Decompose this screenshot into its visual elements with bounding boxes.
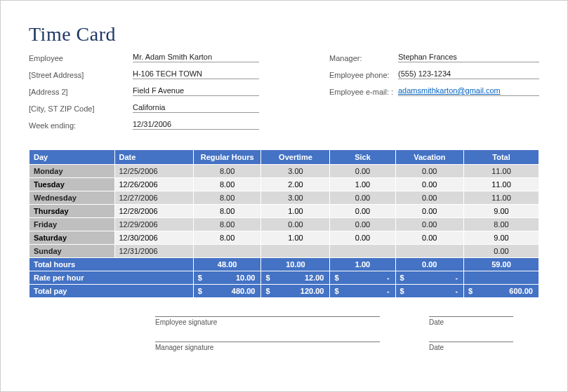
cell-total: 0.00: [464, 245, 539, 258]
label-street: [Street Address]: [29, 71, 133, 79]
cell-day: Friday: [29, 218, 115, 231]
cell-vac: 0.00: [395, 178, 464, 191]
info-block: EmployeeMr. Adam Smith Karton [Street Ad…: [29, 53, 539, 137]
cell-vac: 0.00: [395, 205, 464, 218]
pay-total: $600.00: [464, 285, 539, 298]
manager-date-line: Date: [429, 342, 513, 351]
cell-date: 12/28/2006: [114, 205, 193, 218]
cell-ot: 1.00: [261, 231, 330, 245]
table-row: Thursday12/28/20068.001.000.000.009.00: [29, 205, 539, 218]
manager-signature-line: Manager signature: [155, 342, 380, 351]
cell-day: Wednesday: [29, 191, 115, 205]
rate-reg-val: 10.00: [236, 273, 256, 282]
cell-reg: 8.00: [193, 231, 261, 245]
pay-total-val: 600.00: [509, 287, 533, 295]
cell-ot: 1.00: [261, 205, 330, 218]
label-total-hours: Total hours: [29, 258, 194, 271]
label-phone: Employee phone:: [329, 71, 398, 79]
pay-reg: $480.00: [193, 285, 261, 298]
time-card-table: Day Date Regular Hours Overtime Sick Vac…: [29, 149, 539, 298]
value-address2: Field F Avenue: [133, 86, 259, 96]
th-total: Total: [464, 150, 539, 165]
th-sick: Sick: [330, 150, 395, 165]
table-header-row: Day Date Regular Hours Overtime Sick Vac…: [29, 150, 539, 165]
th-regular: Regular Hours: [193, 150, 261, 165]
page-title: Time Card: [29, 23, 539, 46]
cell-total: 11.00: [464, 165, 539, 178]
value-phone: (555) 123-1234: [398, 69, 539, 79]
th-vacation: Vacation: [395, 150, 464, 165]
cell-total: 8.00: [464, 218, 539, 231]
label-total-pay: Total pay: [29, 285, 194, 298]
cell-sick: 0.00: [330, 191, 395, 205]
cell-day: Saturday: [29, 231, 115, 245]
cell-vac: 0.00: [395, 165, 464, 178]
cell-date: 12/27/2006: [114, 191, 193, 205]
cell-date: 12/31/2006: [114, 245, 193, 258]
row-total-hours: Total hours 48.00 10.00 1.00 0.00 59.00: [29, 258, 539, 271]
label-employee: Employee: [29, 54, 133, 62]
rate-sick-val: -: [387, 273, 390, 282]
cell-reg: [193, 245, 261, 258]
cell-sick: 0.00: [330, 231, 395, 245]
th-overtime: Overtime: [261, 150, 330, 165]
cell-sick: 1.00: [330, 178, 395, 191]
pay-vac: $-: [395, 285, 464, 298]
cell-sick: [330, 245, 395, 258]
cell-date: 12/30/2006: [114, 231, 193, 245]
label-email: Employee e-mail: :: [329, 88, 398, 96]
cell-reg: 8.00: [193, 205, 261, 218]
rate-vac: $-: [395, 271, 464, 285]
cell-reg: 8.00: [193, 218, 261, 231]
pay-sick: $-: [330, 285, 395, 298]
value-city: California: [133, 103, 259, 113]
cell-sick: 0.00: [330, 165, 395, 178]
row-total-pay: Total pay $480.00 $120.00 $- $- $600.00: [29, 285, 539, 298]
table-row: Sunday12/31/20060.00: [29, 245, 539, 258]
label-week-ending: Week ending:: [29, 121, 133, 130]
cell-ot: [261, 245, 330, 258]
signature-block: Employee signature Date Manager signatur…: [29, 316, 539, 351]
rate-sick: $-: [330, 271, 395, 285]
rate-reg: $10.00: [193, 271, 261, 285]
label-rate: Rate per hour: [29, 271, 194, 285]
label-manager: Manager:: [329, 54, 398, 62]
total-hours-reg: 48.00: [193, 258, 261, 271]
table-row: Monday12/25/20068.003.000.000.0011.00: [29, 165, 539, 178]
rate-ot: $12.00: [261, 271, 330, 285]
rate-vac-val: -: [455, 273, 458, 282]
cell-day: Monday: [29, 165, 115, 178]
cell-vac: [395, 245, 464, 258]
value-manager: Stephan Frances: [398, 53, 539, 62]
cell-total: 11.00: [464, 191, 539, 205]
cell-reg: 8.00: [193, 191, 261, 205]
pay-vac-val: -: [455, 287, 458, 295]
cell-ot: 2.00: [261, 178, 330, 191]
th-day: Day: [29, 150, 115, 165]
row-rate: Rate per hour $10.00 $12.00 $- $-: [29, 271, 539, 285]
total-hours-vac: 0.00: [395, 258, 464, 271]
cell-date: 12/26/2006: [114, 178, 193, 191]
cell-ot: 3.00: [261, 191, 330, 205]
cell-day: Thursday: [29, 205, 115, 218]
label-address2: [Address 2]: [29, 88, 133, 96]
total-hours-total: 59.00: [464, 258, 539, 271]
cell-date: 12/29/2006: [114, 218, 193, 231]
label-city: [City, ST ZIP Code]: [29, 104, 133, 113]
cell-vac: 0.00: [395, 231, 464, 245]
rate-total: [464, 271, 539, 285]
table-row: Wednesday12/27/20068.003.000.000.0011.00: [29, 191, 539, 205]
cell-total: 11.00: [464, 178, 539, 191]
value-week-ending: 12/31/2006: [133, 120, 259, 130]
cell-total: 9.00: [464, 231, 539, 245]
total-hours-sick: 1.00: [330, 258, 395, 271]
cell-reg: 8.00: [193, 165, 261, 178]
value-employee: Mr. Adam Smith Karton: [133, 53, 259, 62]
rate-ot-val: 12.00: [305, 273, 324, 282]
cell-ot: 0.00: [261, 218, 330, 231]
table-row: Tuesday12/26/20068.002.001.000.0011.00: [29, 178, 539, 191]
pay-sick-val: -: [387, 287, 390, 295]
value-email[interactable]: adamsmithkarton@gmail.com: [398, 86, 539, 96]
employee-date-line: Date: [429, 316, 513, 326]
table-row: Saturday12/30/20068.001.000.000.009.00: [29, 231, 539, 245]
